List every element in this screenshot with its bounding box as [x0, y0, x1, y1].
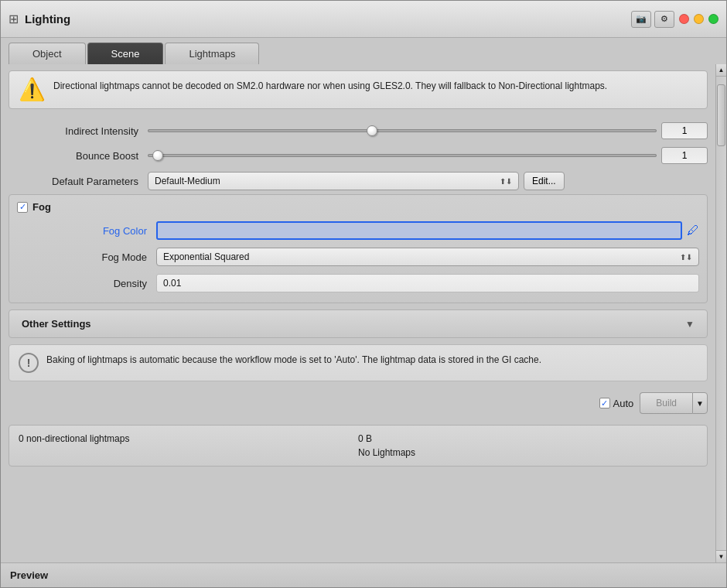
non-directional-lightmaps: 0 non-directional lightmaps — [19, 433, 129, 444]
lightmaps-info: 0 non-directional lightmaps 0 B No Light… — [9, 425, 708, 467]
fog-mode-value: Exponential Squared — [163, 251, 249, 262]
window-title: Lighting — [25, 12, 70, 26]
tab-scene[interactable]: Scene — [87, 43, 164, 64]
other-settings-header[interactable]: Other Settings ▼ — [9, 309, 708, 338]
indirect-intensity-control — [148, 122, 708, 139]
lightmap-size: 0 B — [358, 433, 698, 444]
bounce-boost-slider[interactable] — [148, 154, 657, 157]
fog-mode-control: Exponential Squared ⬆⬇ — [156, 248, 699, 266]
scrollbar-up-arrow: ▲ — [718, 67, 725, 74]
auto-build-row: ✓ Auto Build ▼ — [9, 388, 708, 419]
content-area: ⚠️ Directional lightmaps cannot be decod… — [1, 64, 726, 562]
warning-text: Directional lightmaps cannot be decoded … — [53, 79, 607, 93]
warning-banner: ⚠️ Directional lightmaps cannot be decod… — [9, 70, 708, 109]
bounce-boost-row: Bounce Boost — [9, 143, 708, 168]
density-value: 0.01 — [163, 278, 181, 289]
traffic-lights: 📷 ⚙ — [631, 11, 718, 28]
fog-mode-arrow: ⬆⬇ — [680, 253, 692, 262]
indirect-intensity-label: Indirect Intensity — [9, 125, 148, 137]
preview-footer: Preview — [1, 562, 726, 587]
lightmap-status: No Lightmaps — [358, 447, 698, 458]
fog-color-row: Fog Color 🖊 — [17, 217, 699, 244]
slider-track-2 — [148, 154, 657, 157]
tab-lightmaps[interactable]: Lightmaps — [165, 43, 259, 64]
build-dropdown-button[interactable]: ▼ — [692, 392, 708, 414]
indirect-intensity-slider[interactable] — [148, 129, 657, 132]
density-label: Density — [17, 278, 156, 289]
density-control: 0.01 — [156, 274, 699, 292]
scrollbar-thumb[interactable] — [717, 84, 725, 146]
default-parameters-control: Default-Medium ⬆⬇ Edit... — [148, 172, 708, 190]
dropdown-arrow: ⬆⬇ — [500, 177, 512, 186]
default-parameters-dropdown[interactable]: Default-Medium ⬆⬇ — [148, 172, 519, 190]
info-banner: ! Baking of lightmaps is automatic becau… — [9, 344, 708, 381]
bounce-boost-value[interactable] — [661, 147, 708, 164]
auto-label-group: ✓ Auto — [599, 398, 634, 409]
photo-btn[interactable]: 📷 — [631, 11, 651, 28]
indirect-intensity-slider-container — [148, 129, 657, 132]
bounce-boost-label: Bounce Boost — [9, 150, 148, 162]
fog-mode-label: Fog Mode — [17, 251, 156, 263]
toolbar-buttons: 📷 ⚙ — [631, 11, 674, 28]
info-text: Baking of lightmaps is automatic because… — [46, 353, 541, 367]
fog-color-field[interactable] — [156, 221, 682, 240]
build-dropdown-arrow: ▼ — [696, 399, 704, 408]
scrollbar: ▲ ▼ — [715, 64, 726, 562]
scrollbar-track — [716, 77, 726, 550]
fog-checkbox[interactable]: ✓ — [17, 202, 28, 213]
other-settings-collapse-icon: ▼ — [685, 319, 695, 330]
close-button[interactable] — [679, 14, 689, 24]
fog-section: ✓ Fog Fog Color 🖊 Fog Mode E — [9, 194, 708, 303]
indirect-intensity-row: Indirect Intensity — [9, 118, 708, 143]
slider-track — [148, 129, 657, 132]
window-icon: ⊞ — [9, 12, 19, 26]
edit-button[interactable]: Edit... — [524, 172, 565, 190]
default-parameters-label: Default Parameters — [9, 176, 148, 187]
bounce-boost-control — [148, 147, 708, 164]
dropdown-value: Default-Medium — [155, 176, 220, 186]
build-button[interactable]: Build — [640, 392, 692, 414]
settings-btn[interactable]: ⚙ — [654, 11, 674, 28]
tab-bar: Object Scene Lightmaps — [1, 38, 726, 64]
fog-color-control: 🖊 — [156, 221, 699, 240]
other-settings-title: Other Settings — [22, 318, 91, 330]
warning-icon: ⚠️ — [19, 79, 46, 101]
fog-title: Fog — [32, 201, 51, 213]
scrollbar-up[interactable]: ▲ — [716, 64, 726, 77]
lighting-window: ⊞ Lighting 📷 ⚙ Object Scene Lightmaps ⚠️… — [0, 0, 727, 588]
slider-thumb-2[interactable] — [152, 150, 163, 161]
scrollbar-down[interactable]: ▼ — [716, 550, 726, 562]
scrollbar-down-arrow: ▼ — [718, 553, 725, 560]
indirect-intensity-value[interactable] — [661, 122, 708, 139]
maximize-button[interactable] — [708, 14, 718, 24]
fog-mode-dropdown[interactable]: Exponential Squared ⬆⬇ — [156, 248, 699, 266]
color-picker-icon[interactable]: 🖊 — [687, 224, 699, 238]
fog-color-label: Fog Color — [17, 225, 156, 237]
bounce-boost-slider-container — [148, 154, 657, 157]
density-row: Density 0.01 — [17, 270, 699, 296]
main-panel: ⚠️ Directional lightmaps cannot be decod… — [1, 64, 715, 562]
minimize-button[interactable] — [694, 14, 704, 24]
auto-checkbox[interactable]: ✓ — [599, 398, 610, 409]
info-icon: ! — [19, 353, 39, 373]
default-parameters-row: Default Parameters Default-Medium ⬆⬇ Edi… — [9, 168, 708, 194]
tab-object[interactable]: Object — [9, 43, 86, 64]
build-btn-group: Build ▼ — [640, 392, 708, 414]
fog-mode-row: Fog Mode Exponential Squared ⬆⬇ — [17, 244, 699, 270]
title-bar: ⊞ Lighting 📷 ⚙ — [1, 1, 726, 38]
density-field[interactable]: 0.01 — [156, 274, 699, 292]
preview-label: Preview — [10, 569, 48, 581]
slider-thumb[interactable] — [367, 125, 377, 136]
lightmaps-right: 0 B No Lightmaps — [358, 433, 698, 458]
lightmaps-left: 0 non-directional lightmaps — [19, 433, 358, 444]
fog-header: ✓ Fog — [17, 201, 699, 213]
auto-label: Auto — [613, 398, 634, 409]
